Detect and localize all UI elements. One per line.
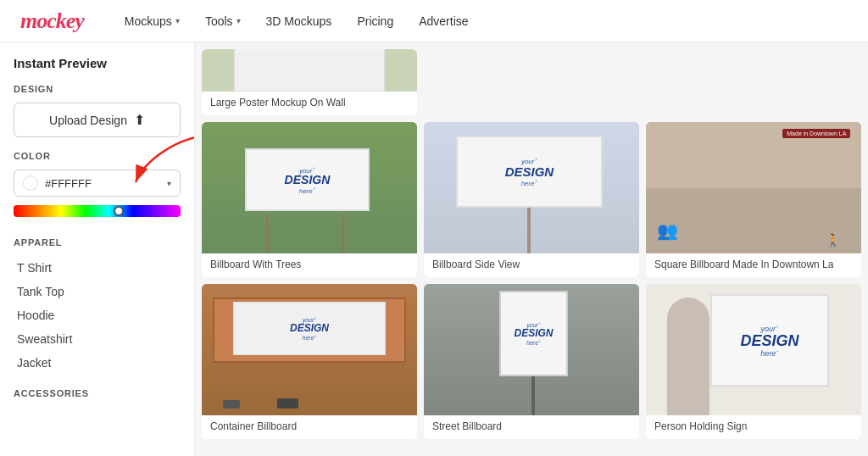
apparel-section-label: APPAREL [14, 237, 181, 247]
header: mockey Mockups ▾ Tools ▾ 3D Mockups Pric… [0, 0, 868, 42]
grid-item-container-billboard[interactable]: your+ DESIGN here+ Container Billboard [202, 284, 417, 439]
grid-item-label: Street Billboard [424, 415, 639, 439]
design-section-label: DESIGN [14, 84, 181, 94]
grid-item-label: Person Holding Sign [646, 415, 861, 439]
chevron-down-icon: ▾ [175, 16, 180, 25]
nav-item-tools[interactable]: Tools ▾ [195, 9, 251, 33]
grid-item-street-billboard[interactable]: your+ DESIGN here+ Street Billboard [424, 284, 639, 439]
category-tank-top[interactable]: Tank Top [14, 280, 181, 303]
color-gradient-slider[interactable] [14, 205, 181, 217]
grid-item-label: Large Poster Mockup On Wall [202, 92, 417, 115]
grid-item-square-billboard[interactable]: 👥 🚶 Made in Downtown LA Square Billboard… [646, 122, 861, 277]
grid-item-billboard-side[interactable]: your+ DESIGN here+ Billboard Side View [424, 122, 639, 277]
sidebar: Instant Preview DESIGN Upload Design ⬆ C… [0, 42, 195, 456]
chevron-down-icon: ▾ [236, 16, 241, 25]
grid-item-label: Billboard With Trees [202, 253, 417, 277]
grid-item-label: Square Billboard Made In Downtown La [646, 253, 861, 277]
layout: Instant Preview DESIGN Upload Design ⬆ C… [0, 42, 868, 456]
nav-item-3d-mockups[interactable]: 3D Mockups [256, 9, 342, 33]
category-hoodie[interactable]: Hoodie [14, 303, 181, 327]
color-swatch [23, 175, 38, 191]
grid-item-large-poster[interactable]: Large Poster Mockup On Wall [202, 49, 417, 115]
color-picker[interactable]: #FFFFFF ▾ [14, 170, 181, 197]
color-section-label: COLOR [14, 151, 181, 161]
color-gradient-thumb [114, 206, 124, 216]
instant-preview-title: Instant Preview [14, 56, 181, 70]
nav-item-mockups[interactable]: Mockups ▾ [114, 9, 190, 33]
color-hex-value: #FFFFFF [45, 177, 160, 190]
accessories-section-label: ACCESSORIES [14, 388, 181, 398]
upload-design-button[interactable]: Upload Design ⬆ [14, 103, 181, 137]
main-nav: Mockups ▾ Tools ▾ 3D Mockups Pricing Adv… [114, 9, 479, 33]
grid-item-label: Billboard Side View [424, 253, 639, 277]
main-content: Large Poster Mockup On Wall your+ DESIGN [195, 42, 868, 456]
category-sweatshirt[interactable]: Sweatshirt [14, 327, 181, 351]
category-jacket[interactable]: Jacket [14, 351, 181, 375]
chevron-down-icon: ▾ [167, 179, 171, 188]
nav-item-advertise[interactable]: Advertise [409, 9, 478, 33]
grid-item-billboard-trees[interactable]: your+ DESIGN here+ Billboard With Trees [202, 122, 417, 277]
upload-button-label: Upload Design [49, 114, 127, 127]
nav-item-pricing[interactable]: Pricing [347, 9, 403, 33]
upload-icon: ⬆ [134, 112, 145, 128]
logo[interactable]: mockey [20, 8, 84, 34]
grid-item-person-holding[interactable]: your+ DESIGN here+ Person Holding Sign [646, 284, 861, 439]
grid-item-label: Container Billboard [202, 415, 417, 439]
category-t-shirt[interactable]: T Shirt [14, 256, 181, 280]
